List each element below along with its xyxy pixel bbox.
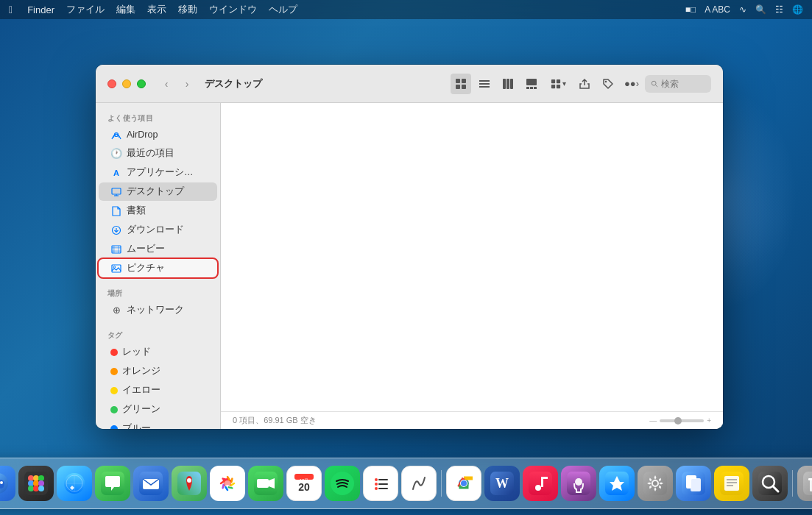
dock-music[interactable] [523, 466, 558, 501]
dock-facetime[interactable] [248, 466, 283, 501]
dock-notes[interactable] [714, 466, 749, 501]
sidebar-tag-red[interactable]: レッド [99, 343, 217, 361]
dock-separator [441, 470, 442, 497]
sidebar-item-movies[interactable]: ムービー [99, 240, 217, 258]
dock-finder[interactable] [0, 466, 15, 501]
dock-safari[interactable] [57, 466, 92, 501]
dock-maps[interactable] [172, 466, 207, 501]
svg-rect-11 [526, 87, 529, 89]
locations-label: 場所 [96, 284, 220, 300]
svg-rect-108 [808, 478, 813, 480]
menubar-wifi[interactable]: ∿ [739, 4, 746, 15]
dock-word[interactable]: W [484, 466, 520, 501]
dock-photos[interactable] [210, 466, 245, 501]
share-btn[interactable] [574, 74, 595, 94]
tags-label: タグ [96, 326, 220, 342]
dock-mail[interactable] [133, 466, 169, 501]
column-view-btn[interactable] [498, 74, 518, 94]
dock-trash[interactable] [797, 466, 813, 501]
sidebar-tag-green[interactable]: グリーン [99, 400, 217, 419]
dock-separator-2 [792, 470, 793, 497]
sidebar-tag-orange[interactable]: オレンジ [99, 362, 217, 380]
blue-tag-dot [110, 425, 118, 430]
svg-rect-8 [506, 79, 509, 89]
sidebar-item-pictures[interactable]: ピクチャ [99, 259, 217, 277]
zoom-slider[interactable]: — + [649, 416, 711, 425]
menubar-edit[interactable]: 編集 [116, 3, 135, 16]
apple-menu[interactable]:  [9, 4, 13, 15]
svg-point-59 [187, 478, 191, 483]
sidebar-item-airdrop[interactable]: AirDrop [99, 126, 217, 143]
search-box[interactable] [645, 75, 711, 93]
svg-point-85 [535, 485, 541, 491]
dock-quicklook[interactable] [752, 466, 788, 501]
svg-text:W: W [495, 476, 509, 491]
sidebar-label-pictures: ピクチャ [127, 262, 165, 274]
svg-point-46 [28, 486, 34, 491]
fullscreen-button[interactable] [137, 79, 146, 88]
dock-spotify[interactable] [325, 466, 360, 501]
menubar-search[interactable]: 🔍 [755, 4, 766, 15]
svg-point-81 [461, 480, 467, 486]
sidebar-item-downloads[interactable]: ダウンロード [99, 221, 217, 239]
group-btn[interactable]: ▾ [545, 74, 571, 94]
menubar-help[interactable]: ヘルプ [269, 3, 297, 16]
minimize-button[interactable] [122, 79, 131, 88]
slider-track [660, 419, 704, 422]
dock-messages[interactable] [95, 466, 130, 501]
dock-launchpad[interactable] [18, 466, 54, 501]
svg-rect-16 [551, 84, 554, 88]
svg-rect-31 [119, 246, 120, 253]
titlebar: ‹ › デスクトップ [96, 65, 723, 103]
window-body: よく使う項目 AirDrop 🕐 最近の項目 A アプリケーシ… [96, 103, 723, 429]
dock-chrome[interactable] [446, 466, 481, 501]
main-content: 0 項目、69.91 GB 空き — + [221, 103, 723, 429]
svg-rect-107 [810, 480, 813, 491]
dock-calendar[interactable]: 12月20 [286, 466, 322, 501]
sidebar-item-applications[interactable]: A アプリケーシ… [99, 163, 217, 182]
icon-view-btn[interactable] [451, 74, 471, 94]
dock-settings[interactable] [638, 466, 673, 501]
menubar-file[interactable]: ファイル [66, 3, 105, 16]
menubar-left:  Finder ファイル 編集 表示 移動 ウインドウ ヘルプ [9, 3, 297, 16]
sidebar-item-desktop[interactable]: デスクトップ [99, 182, 217, 201]
gallery-view-btn[interactable] [521, 74, 542, 94]
dock-reminders[interactable] [363, 466, 398, 501]
svg-rect-12 [530, 87, 533, 89]
sidebar-tag-yellow[interactable]: イエロー [99, 381, 217, 399]
svg-point-43 [28, 480, 34, 486]
window-title: デスクトップ [205, 77, 262, 90]
dock-podcasts[interactable] [561, 466, 596, 501]
svg-point-61 [225, 480, 230, 486]
sidebar-item-documents[interactable]: 書類 [99, 202, 217, 220]
list-view-btn[interactable] [474, 74, 495, 94]
dock-preview[interactable] [676, 466, 711, 501]
menubar-controlcenter[interactable]: ☷ [775, 4, 783, 15]
sidebar-item-network[interactable]: ⊕ ネットワーク [99, 301, 217, 319]
sidebar-item-recents[interactable]: 🕐 最近の項目 [99, 144, 217, 163]
tag-btn[interactable] [598, 74, 618, 94]
menubar-view[interactable]: 表示 [147, 3, 166, 16]
more-btn[interactable]: ●●› [621, 74, 642, 94]
svg-point-89 [575, 478, 582, 486]
sidebar-tag-blue[interactable]: ブルー [99, 419, 217, 429]
menubar-window[interactable]: ウインドウ [209, 3, 257, 16]
svg-rect-17 [556, 84, 559, 88]
menubar-siri[interactable]: 🌐 [792, 4, 803, 15]
search-input[interactable] [661, 79, 705, 89]
recents-icon: 🕐 [110, 148, 122, 160]
slider-thumb [674, 417, 682, 425]
back-button[interactable]: ‹ [158, 75, 175, 93]
dock-appstore[interactable] [599, 466, 635, 501]
forward-button[interactable]: › [178, 75, 196, 93]
close-button[interactable] [107, 79, 116, 88]
menubar-go[interactable]: 移動 [178, 3, 197, 16]
svg-rect-87 [541, 477, 548, 479]
svg-rect-10 [526, 79, 537, 85]
menubar-finder[interactable]: Finder [27, 4, 54, 15]
sidebar: よく使う項目 AirDrop 🕐 最近の項目 A アプリケーシ… [96, 103, 221, 429]
dock-freeform[interactable] [401, 466, 437, 501]
svg-line-20 [656, 85, 658, 87]
tag-label-red: レッド [122, 346, 151, 358]
svg-text:20: 20 [298, 481, 310, 493]
